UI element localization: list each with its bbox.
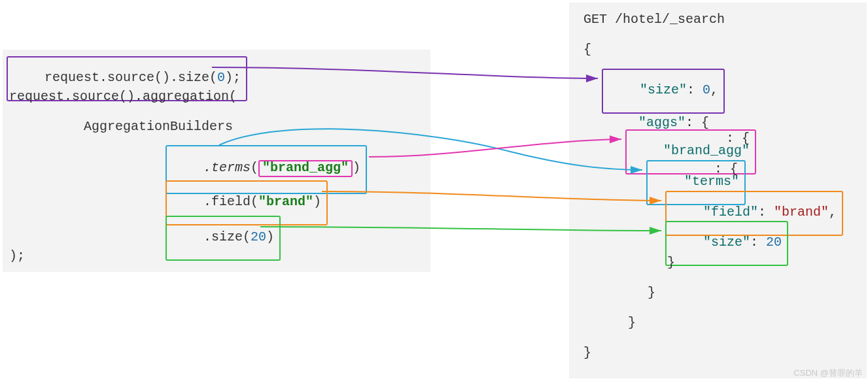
code-text: .terms bbox=[203, 160, 251, 175]
code-text: : { bbox=[714, 163, 738, 176]
diagram-stage: request.source().size(0); request.source… bbox=[0, 0, 868, 381]
code-text: ) bbox=[266, 229, 274, 244]
code-text: : { bbox=[726, 132, 750, 145]
json-innersize-box: "size": 20 bbox=[665, 221, 788, 266]
code-string: "brand_agg" bbox=[262, 160, 349, 175]
code-text: : bbox=[758, 205, 774, 220]
code-text: } bbox=[648, 286, 655, 299]
code-text: AggregationBuilders bbox=[84, 120, 233, 133]
code-text: : bbox=[687, 82, 703, 97]
code-text: } bbox=[628, 316, 636, 329]
code-text: ) bbox=[353, 160, 360, 175]
code-text: } bbox=[583, 346, 591, 359]
watermark-text: CSDN @替罪的羊 bbox=[793, 369, 863, 377]
json-value: "brand" bbox=[774, 205, 829, 220]
json-value: 0 bbox=[703, 82, 710, 97]
code-text: : bbox=[750, 235, 766, 250]
code-text: GET /hotel/_search bbox=[583, 13, 725, 26]
code-text: .field( bbox=[203, 194, 258, 209]
code-text: .size( bbox=[203, 229, 251, 244]
json-value: 20 bbox=[766, 235, 782, 250]
code-text: ); bbox=[225, 70, 241, 85]
code-text: ); bbox=[9, 250, 25, 263]
code-text: } bbox=[667, 256, 675, 269]
json-key: "size" bbox=[703, 235, 750, 250]
code-text: ) bbox=[313, 194, 321, 209]
code-text: request.source().size( bbox=[44, 70, 217, 85]
code-number: 20 bbox=[251, 229, 266, 244]
json-key: "size" bbox=[640, 82, 687, 97]
json-key: "field" bbox=[703, 205, 758, 220]
code-text: request.source().aggregation( bbox=[9, 90, 237, 103]
code-text: { bbox=[583, 43, 591, 56]
code-text: , bbox=[829, 205, 837, 220]
java-innersize-call-box: .size(20) bbox=[165, 216, 281, 261]
code-text: , bbox=[710, 82, 718, 97]
code-number: 0 bbox=[217, 70, 225, 85]
code-string: "brand" bbox=[258, 194, 313, 209]
